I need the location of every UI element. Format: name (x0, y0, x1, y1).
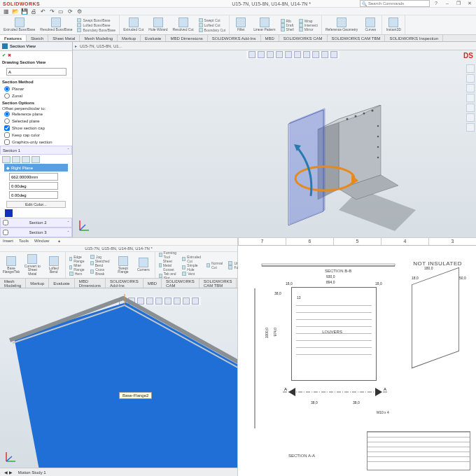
tab-swcam-tbm[interactable]: SOLIDWORKS CAM TBM (328, 35, 386, 41)
offset-distance-input[interactable] (9, 173, 58, 181)
section-view-icon[interactable] (276, 51, 283, 58)
front-plane-icon[interactable] (2, 156, 10, 163)
tab-inspection[interactable]: SOLIDWORKS Inspection (385, 35, 443, 41)
section1-header[interactable]: Section 1˄ (0, 146, 72, 155)
extruded-cut-sm-button[interactable]: Extruded Cut (181, 255, 203, 263)
section3-header[interactable]: Section 3˅ (0, 227, 72, 237)
bl-tab-addins[interactable]: SOLIDWORKS Add-Ins (106, 279, 144, 288)
view-settings-icon[interactable] (330, 51, 337, 58)
tab-swcam[interactable]: SOLIDWORKS CAM (279, 35, 328, 41)
revolved-cut-button[interactable]: Revolved Cut (172, 16, 195, 34)
plane-selection[interactable]: ◆Right Plane (4, 164, 68, 172)
y-rotation-input[interactable] (9, 191, 58, 199)
forum-tab-icon[interactable] (466, 123, 475, 132)
show-cap-check[interactable] (4, 125, 10, 131)
planar-radio[interactable] (4, 86, 10, 92)
save-icon[interactable]: 💾 (21, 8, 28, 15)
menu-tools[interactable]: Tools (19, 239, 29, 244)
fillet-button[interactable]: Fillet (232, 16, 250, 34)
hem-button[interactable]: Hem (68, 272, 87, 276)
tab-mbd-dimensions[interactable]: MBD Dimensions (166, 35, 207, 41)
file-explorer-tab-icon[interactable] (466, 84, 475, 92)
reference-geometry-button[interactable]: Reference Geometry (324, 16, 359, 34)
view-orientation-icon[interactable] (285, 51, 292, 58)
menu-insert[interactable]: Insert (3, 239, 13, 244)
tab-mbd[interactable]: MBD (261, 35, 279, 41)
zoom-fit-icon[interactable] (248, 51, 255, 58)
menu-window[interactable]: Window (34, 239, 49, 244)
resources-tab-icon[interactable] (466, 64, 475, 73)
bl-orientation-triad[interactable] (4, 451, 17, 463)
forming-tool-button[interactable]: Forming Tool (158, 251, 178, 259)
section-color-swatch[interactable] (5, 209, 13, 217)
boundary-cut-button[interactable]: Boundary Cut (197, 28, 227, 32)
lofted-boss-button[interactable]: Lofted Boss/Base (76, 23, 117, 27)
convert-sheetmetal-button[interactable]: Convert to Sheet Metal (22, 253, 43, 277)
corners-button[interactable]: Corners (134, 253, 153, 277)
tab-features[interactable]: Features (0, 35, 27, 41)
print-icon[interactable]: 🖨 (30, 8, 37, 15)
swept-boss-button[interactable]: Swept Boss/Base (76, 18, 117, 22)
apply-scene-icon[interactable] (321, 51, 328, 58)
curves-button[interactable]: Curves (361, 16, 379, 34)
mirror-button[interactable]: Mirror (298, 27, 319, 31)
rebuild-icon[interactable]: ⟳ (66, 8, 74, 15)
close-button[interactable]: ✕ (466, 1, 473, 6)
orientation-triad[interactable] (77, 219, 91, 233)
keep-cap-check[interactable] (4, 132, 10, 138)
extruded-boss-button[interactable]: Extruded Boss/Base (2, 16, 36, 34)
bl-tab-swcamtbm[interactable]: SOLIDWORKS CAM TBM (200, 279, 237, 288)
bl-tab-swcam[interactable]: SOLIDWORKS CAM (162, 279, 200, 288)
sketched-bend-button[interactable]: Sketched Bend (89, 259, 112, 267)
tab-evaluate[interactable]: Evaluate (141, 35, 166, 41)
hole-wizard-button[interactable]: Hole Wizard (147, 16, 169, 34)
select-icon[interactable]: ▭ (57, 8, 64, 15)
minimize-button[interactable]: – (444, 1, 451, 6)
open-icon[interactable]: 📂 (12, 8, 19, 15)
view-palette-tab-icon[interactable] (466, 94, 475, 102)
custom-props-tab-icon[interactable] (466, 113, 475, 122)
zonal-radio[interactable] (4, 93, 10, 99)
tab-sheet-metal[interactable]: Sheet Metal (48, 35, 80, 41)
section-letter-input[interactable] (6, 68, 66, 76)
bl-tab-evaluate[interactable]: Evaluate (49, 279, 74, 288)
bl-tab-mbddim[interactable]: MBD Dimensions (75, 279, 106, 288)
redo-icon[interactable]: ↷ (48, 8, 55, 15)
linear-pattern-button[interactable]: Linear Pattern (252, 16, 276, 34)
appearances-tab-icon[interactable] (466, 104, 475, 112)
simple-hole-button[interactable]: Simple Hole (181, 263, 203, 272)
edit-color-button[interactable]: Edit Color... (6, 201, 66, 208)
section2-header[interactable]: Section 2˅ (0, 218, 72, 227)
tab-mesh-modeling[interactable]: Mesh Modeling (80, 35, 118, 41)
boundary-boss-button[interactable]: Boundary Boss/Base (76, 28, 117, 32)
search-commands-input[interactable]: 🔍 Search Commands (360, 0, 430, 7)
bl-tab-mbd[interactable]: MBD (144, 279, 162, 288)
tab-sketch[interactable]: Sketch (27, 35, 48, 41)
tab-markup[interactable]: Markup (118, 35, 141, 41)
sm-gusset-button[interactable]: Sheet Metal Gusset (158, 259, 178, 272)
face-plane-icon[interactable] (31, 156, 40, 163)
options-icon[interactable]: ⚙ (76, 8, 83, 15)
reference-plane-radio[interactable] (4, 111, 10, 117)
normal-cut-button[interactable]: Normal Cut (205, 261, 225, 270)
revolved-boss-button[interactable]: Revolved Boss/Base (38, 16, 74, 34)
shell-button[interactable]: Shell (279, 27, 295, 31)
edit-appearance-icon[interactable] (312, 51, 319, 58)
undo-icon[interactable]: ↶ (39, 8, 46, 15)
bl-tab-more[interactable]: SOL... (237, 279, 237, 288)
right-plane-icon[interactable] (22, 156, 30, 163)
ok-button[interactable]: ✔ (2, 52, 6, 57)
base-flange-button[interactable]: Base Flange/Tab (2, 253, 20, 277)
graphics-only-check[interactable] (4, 139, 10, 145)
help-icon[interactable]: ? (433, 1, 440, 6)
cross-break-button[interactable]: Cross Break (89, 267, 112, 276)
miter-flange-button[interactable]: Miter Flange (68, 263, 87, 272)
vent-button[interactable]: Vent (181, 272, 203, 276)
swept-cut-button[interactable]: Swept Cut (197, 18, 227, 22)
motion-study-tab[interactable]: Motion Study 1 (18, 470, 46, 475)
design-library-tab-icon[interactable] (466, 74, 475, 83)
selected-plane-radio[interactable] (4, 118, 10, 124)
hide-show-icon[interactable] (303, 51, 310, 58)
bl-graphics-viewport[interactable]: Base-Flange2 ◀ ▶ Motion Study 1 (0, 288, 237, 476)
top-plane-icon[interactable] (12, 156, 20, 163)
